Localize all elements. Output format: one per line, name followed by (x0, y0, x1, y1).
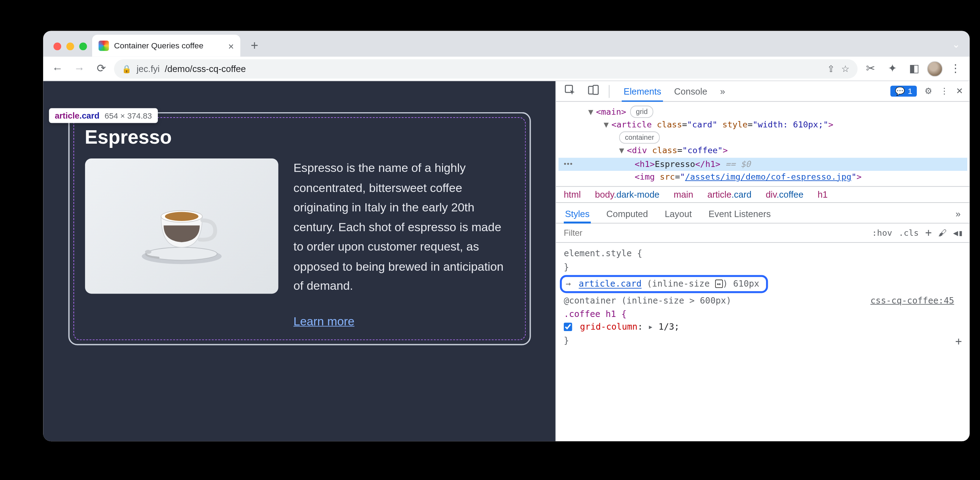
dom-breadcrumb[interactable]: html body.dark-mode main article.card di… (556, 186, 970, 203)
rendered-page: article.card 654 × 374.83 Espresso (43, 81, 555, 441)
elements-tab[interactable]: Elements (624, 81, 662, 101)
minimize-window-button[interactable] (66, 42, 74, 50)
crumb-main[interactable]: main (674, 189, 693, 199)
url-host: jec.fyi (137, 64, 159, 74)
callout-close: ) 610px (723, 278, 759, 288)
at-container-line: @container (inline-size > 600px) (564, 295, 732, 305)
devtools-panel: Elements Console » 💬 1 ⚙ ⋮ ✕ ▼<main>grid… (555, 81, 969, 441)
devtools-menu-icon[interactable]: ⋮ (940, 86, 948, 96)
share-icon[interactable]: ⇪ (827, 64, 835, 74)
maximize-window-button[interactable] (79, 42, 87, 50)
new-tab-button[interactable]: + (245, 36, 263, 54)
issues-count: 1 (908, 86, 913, 95)
url-path: /demo/css-cq-coffee (165, 64, 246, 74)
window-controls (50, 42, 92, 56)
close-window-button[interactable] (53, 42, 61, 50)
styles-subtab[interactable]: Styles (565, 205, 590, 223)
bookmark-icon[interactable]: ☆ (841, 64, 850, 74)
device-toolbar-icon[interactable] (585, 84, 601, 98)
computed-sidebar-toggle[interactable]: ◀▮ (953, 228, 963, 238)
forward-button[interactable]: → (70, 60, 88, 78)
selected-dom-node[interactable]: <h1>Espresso</h1> == $0 (558, 157, 967, 170)
close-devtools-button[interactable]: ✕ (956, 86, 963, 96)
container-query-callout[interactable]: → article.card (inline-size ↔) 610px (560, 275, 768, 293)
reload-button[interactable]: ⟳ (92, 60, 110, 78)
learn-more-link[interactable]: Learn more (293, 314, 514, 328)
tabs-overflow-button[interactable]: ⌄ (952, 39, 961, 51)
sidepanel-icon[interactable]: ◧ (905, 60, 923, 78)
browser-window: Container Queries coffee × + ⌄ ← → ⟳ 🔒 j… (43, 31, 969, 442)
devtools-toolbar: Elements Console » 💬 1 ⚙ ⋮ ✕ (556, 81, 970, 102)
grid-badge[interactable]: grid (630, 105, 654, 118)
callout-open: (inline-size (647, 278, 715, 288)
computed-subtab[interactable]: Computed (606, 205, 648, 223)
crumb-div[interactable]: div.coffee (766, 189, 803, 199)
paint-icon[interactable]: 🖌 (939, 228, 947, 238)
crumb-h1[interactable]: h1 (818, 189, 827, 199)
coffee-card: Espresso (68, 112, 531, 345)
dollar-zero: == $0 (725, 159, 751, 168)
inspect-element-icon[interactable] (562, 84, 578, 98)
expand-shorthand-icon[interactable]: ▸ (648, 322, 654, 332)
tooltip-dimensions: 654 × 374.83 (105, 111, 152, 120)
espresso-illustration (123, 178, 239, 275)
more-tabs-button[interactable]: » (720, 81, 725, 101)
element-style-open: element.style { (564, 248, 643, 258)
profile-avatar[interactable] (927, 61, 943, 76)
address-bar[interactable]: 🔒 jec.fyi/demo/css-cq-coffee ⇪ ☆ (114, 59, 858, 78)
crumb-body[interactable]: body.dark-mode (595, 189, 659, 199)
add-property-button[interactable]: + (955, 333, 962, 350)
tooltip-class: .card (80, 111, 100, 120)
browser-tab[interactable]: Container Queries coffee × (92, 35, 240, 57)
coffee-description: Espresso is the name of a highly concent… (293, 159, 514, 296)
chrome-menu-button[interactable]: ⋮ (947, 60, 964, 78)
coffee-image (85, 159, 278, 294)
console-tab[interactable]: Console (674, 81, 708, 101)
svg-point-4 (145, 250, 151, 254)
back-button[interactable]: ← (48, 60, 66, 78)
tab-strip: Container Queries coffee × + ⌄ (43, 31, 969, 57)
coffee-grid: Espresso is the name of a highly concent… (85, 159, 514, 328)
resize-icon: ↔ (715, 279, 723, 288)
rule-source-link[interactable]: css-cq-coffee:45 (870, 293, 954, 307)
content-area: article.card 654 × 374.83 Espresso (43, 81, 969, 441)
cls-toggle[interactable]: .cls (899, 228, 919, 238)
styles-more-button[interactable]: » (956, 205, 961, 223)
element-inspector-tooltip: article.card 654 × 374.83 (49, 108, 158, 123)
rule-selector: .coffee h1 { (564, 308, 627, 318)
property-enabled-checkbox[interactable] (564, 323, 572, 331)
lock-icon: 🔒 (122, 64, 131, 73)
layout-subtab[interactable]: Layout (665, 205, 692, 223)
hov-toggle[interactable]: :hov (872, 228, 892, 238)
browser-toolbar: ← → ⟳ 🔒 jec.fyi/demo/css-cq-coffee ⇪ ☆ ✂… (43, 57, 969, 81)
settings-icon[interactable]: ⚙ (924, 86, 932, 96)
styles-tabbar: Styles Computed Layout Event Listeners » (556, 203, 970, 223)
svg-point-3 (164, 212, 198, 221)
issues-badge[interactable]: 💬 1 (890, 86, 917, 97)
new-style-rule-button[interactable]: + (925, 226, 932, 239)
tab-title: Container Queries coffee (114, 41, 204, 51)
extensions-icon[interactable]: ✦ (883, 60, 901, 78)
callout-selector[interactable]: article.card (579, 278, 641, 288)
img-src-link[interactable]: /assets/img/demo/cof-espresso.jpg (685, 172, 851, 181)
tooltip-tag: article (55, 111, 80, 120)
rule-close-brace: } (564, 335, 569, 345)
crumb-html[interactable]: html (564, 189, 581, 199)
event-listeners-subtab[interactable]: Event Listeners (708, 205, 771, 223)
element-style-close: } (564, 262, 569, 272)
css-property-name[interactable]: grid-column (580, 322, 638, 332)
styles-filter-input[interactable] (556, 228, 865, 238)
styles-filter-row: :hov .cls + 🖌 ◀▮ (556, 223, 970, 243)
container-badge[interactable]: container (619, 132, 660, 144)
close-tab-button[interactable]: × (228, 41, 234, 51)
style-rules[interactable]: element.style { } → article.card (inline… (556, 243, 970, 353)
scissors-icon[interactable]: ✂ (861, 60, 880, 78)
crumb-article[interactable]: article.card (708, 189, 752, 199)
svg-rect-7 (593, 86, 598, 95)
page-heading: Espresso (85, 126, 514, 148)
dom-tree[interactable]: ▼<main>grid ▼<article class="card" style… (556, 102, 970, 186)
tab-favicon (99, 41, 109, 51)
css-property-value[interactable]: 1/3 (659, 322, 674, 332)
